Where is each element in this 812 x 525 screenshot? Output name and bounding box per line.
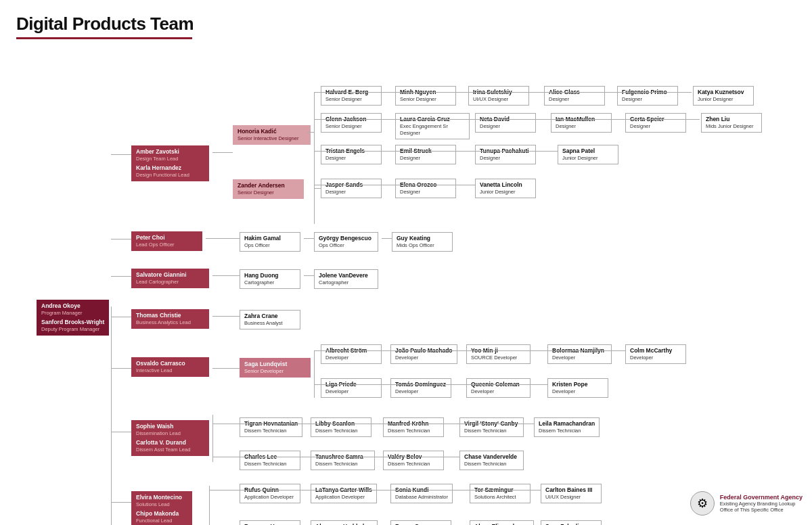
card-alice: Alice Glass Designer — [544, 86, 605, 106]
card-yoo: Yoo Min-ji SOURCE Developer — [466, 344, 531, 364]
card-latanya: LaTanya Carter-Wills Application Develop… — [311, 484, 377, 503]
card-sophie: Sophie Waish Dissemination Lead Carlotta… — [131, 420, 209, 456]
card-tristan: Tristan Engels Designer — [321, 145, 382, 164]
card-saya: Saya Zahedi Tester — [541, 520, 602, 525]
card-neta: Neta David Designer — [475, 113, 536, 133]
card-bonny: Bonny Crupp Sharepoint Developer — [390, 520, 451, 525]
card-gyorgy: György Bengescuo Ops Officer — [314, 232, 378, 252]
card-tanushree: Tanushree Samra Dissem Technician — [311, 451, 375, 470]
card-jolene: Jolene VanDevere Cartographer — [314, 269, 378, 289]
card-halvard: Halvard E. Berg Senior Designer — [321, 86, 382, 106]
card-saga: Saga Lundqvist Senior Developer — [240, 358, 311, 378]
card-carlton: Carlton Baines III UI/UX Designer — [541, 484, 602, 503]
org-chart: Andrea Okoye Program Manager Sanford Bro… — [16, 46, 801, 525]
card-charles: Charles Lee Dissem Technician — [240, 451, 300, 470]
card-irina: Irina Suletskiy UI/UX Designer — [468, 86, 529, 106]
agency-logo: ⚙ — [690, 491, 715, 516]
card-honoria: Honoria Kadić Senior Interactive Designe… — [233, 125, 311, 145]
card-tigran: Tigran Hovnatanian Dissem Technician — [240, 417, 302, 437]
card-tomas: Tomás Domínguez Developer — [390, 378, 451, 398]
card-glenn: Glenn Jackson Senior Designer — [321, 113, 382, 133]
card-tunupa: Tunupa Pachakuti Designer — [475, 145, 536, 164]
page: Digital Products Team Andrea Okoye Progr… — [0, 0, 812, 525]
card-alena: Alena Eliopoulos Requirements Analyst — [470, 520, 534, 525]
footer-text: Federal Government Agency Existing Agenc… — [720, 494, 803, 513]
card-jasper: Jasper Sands Designer — [321, 179, 382, 198]
card-gerta: Gerta Speier Designer — [625, 113, 686, 133]
card-amber: Amber Zavotski Design Team Lead Karla He… — [131, 145, 209, 181]
card-sonia: Sonia Kundi Database Administrator — [390, 484, 453, 503]
card-vanetta: Vanetta Lincoln Junior Designer — [475, 179, 536, 198]
card-peter: Peter Choi Lead Ops Officer — [131, 231, 202, 251]
page-title: Digital Products Team — [16, 14, 796, 35]
card-liga: Liga Priede Developer — [321, 378, 382, 398]
card-andrea: Andrea Okoye Program Manager Sanford Bro… — [37, 300, 109, 336]
card-bronwyn: Bronwyn Vance Application Developer — [240, 520, 300, 525]
card-virgil: Virgil 'Stony' Canby Dissem Technician — [459, 417, 524, 437]
card-kristen: Kristen Pope Developer — [547, 378, 608, 398]
card-elvira: Elvira Montecino Solutions Lead Chipo Ma… — [131, 491, 192, 525]
card-valery: Valéry Belov Dissem Technician — [383, 451, 444, 470]
card-zahra: Zahra Crane Business Analyst — [240, 310, 300, 329]
card-laura: Laura Garcia-Cruz Exec Engagement Sr Des… — [395, 113, 470, 139]
card-minh: Minh Nguyen Senior Designer — [395, 86, 456, 106]
card-osvaldo: Osvaldo Carrasco Interactive Lead — [131, 357, 209, 377]
card-joao: João Paulo Machado Developer — [390, 344, 457, 364]
card-emil: Emil Struck Designer — [395, 145, 456, 164]
card-bolormaa: Bolormaa Namjilyn Developer — [547, 344, 612, 364]
card-salvatore: Salvatore Giannini Lead Cartographer — [131, 269, 209, 288]
card-fulgencio: Fulgencio Primo Designer — [617, 86, 678, 106]
card-hang: Hang Duong Cartographer — [240, 269, 300, 289]
title-underline — [16, 37, 192, 39]
card-rufus: Rufus Quinn Application Developer — [240, 484, 300, 503]
card-thomas: Thomas Christie Business Analytics Lead — [131, 309, 209, 329]
card-ian: Ian MacMullen Designer — [551, 113, 612, 133]
card-chase: Chase Vandervelde Dissem Technician — [459, 451, 524, 470]
card-colm: Colm McCarthy Developer — [625, 344, 686, 364]
card-manfred: Manfred Kröhn Dissem Technician — [383, 417, 444, 437]
card-zhen: Zhen Liu Mids Junior Designer — [701, 113, 762, 133]
card-zander: Zander Andersen Senior Designer — [233, 179, 304, 199]
card-queenie: Queenie Coleman Developer — [466, 378, 531, 398]
card-albrecht: Albrecht Ström Developer — [321, 344, 382, 364]
card-almanzor: Almanzor Haddad SysAdmin/App Developer — [311, 520, 378, 525]
card-tor: Tor Sæmingur Solutions Architect — [470, 484, 531, 503]
card-libby: Libby Scanlon Dissem Technician — [311, 417, 371, 437]
card-katya: Katya Kuznetsov Junior Designer — [693, 86, 754, 106]
card-leila: Leila Ramachandran Dissem Technician — [534, 417, 600, 437]
card-sapna: Sapna Patel Junior Designer — [558, 145, 618, 164]
footer: ⚙ Federal Government Agency Existing Age… — [690, 491, 803, 516]
card-elena: Elena Orozco Designer — [395, 179, 456, 198]
card-hakim: Hakim Gamal Ops Officer — [240, 232, 300, 252]
card-guy: Guy Keating Mids Ops Officer — [392, 232, 453, 252]
